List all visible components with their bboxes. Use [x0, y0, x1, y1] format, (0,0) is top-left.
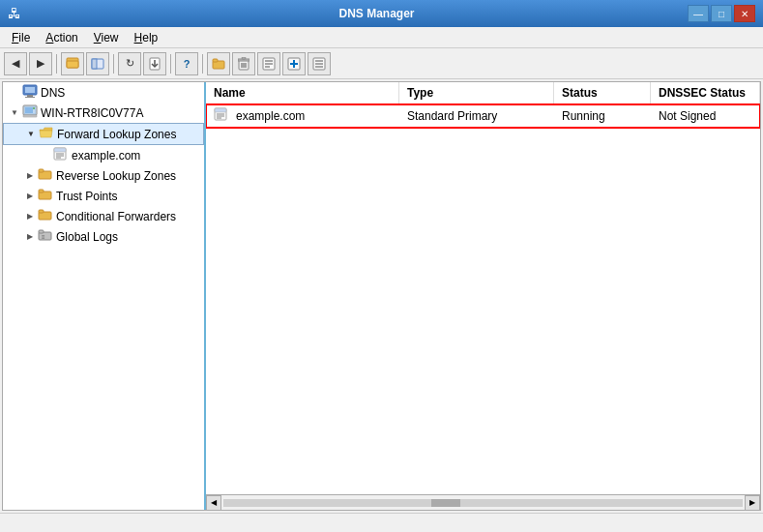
svg-point-32 — [33, 107, 35, 109]
menu-view[interactable]: View — [86, 27, 127, 47]
svg-rect-44 — [39, 190, 44, 192]
tree-node-conditional-forwarders[interactable]: ▶ Conditional Forwarders — [3, 206, 204, 226]
svg-rect-33 — [23, 115, 37, 117]
toolbar-sep-1 — [56, 54, 57, 74]
window-controls: — □ ✕ — [688, 5, 755, 22]
col-header-type: Type — [399, 82, 554, 103]
tree-forward-lookup-label: Forward Lookup Zones — [57, 128, 176, 141]
content-body: example.com Standard Primary Running Not… — [206, 104, 760, 494]
cell-dnssec: Not Signed — [651, 106, 760, 126]
table-row[interactable]: example.com Standard Primary Running Not… — [206, 104, 760, 128]
main-area: DNS ▼ WIN-RTR8IC0V77A ▼ — [2, 81, 761, 511]
tree-node-dns[interactable]: DNS — [3, 82, 204, 103]
folder-icon-global: ≡ — [38, 228, 53, 242]
showhide-button[interactable] — [86, 52, 109, 75]
tree-reverse-lookup-label: Reverse Lookup Zones — [56, 169, 176, 183]
open-folder-icon — [39, 126, 54, 139]
up-button[interactable] — [61, 52, 84, 75]
expand-icon-forward: ▼ — [23, 127, 39, 142]
tree-node-server[interactable]: ▼ WIN-RTR8IC0V77A — [3, 103, 204, 123]
export-button[interactable] — [143, 52, 166, 75]
toolbar: ◀ ▶ ↻ ? — [0, 48, 763, 79]
tree-node-global-logs[interactable]: ▶ ≡ Global Logs — [3, 226, 204, 247]
menu-action[interactable]: Action — [38, 27, 85, 47]
title-bar: 🖧 DNS Manager — □ ✕ — [0, 0, 763, 27]
svg-rect-7 — [213, 59, 218, 62]
svg-rect-26 — [25, 87, 35, 93]
zone-icon — [53, 147, 69, 161]
maximize-button[interactable]: □ — [711, 5, 732, 22]
tree-pane: DNS ▼ WIN-RTR8IC0V77A ▼ — [3, 82, 206, 510]
folder-icon-cond — [38, 208, 53, 222]
svg-rect-1 — [67, 61, 78, 68]
help-button[interactable]: ? — [175, 52, 198, 75]
expand-icon-example — [38, 148, 53, 163]
horizontal-scrollbar: ◀ ▶ — [206, 494, 760, 510]
svg-rect-27 — [27, 95, 33, 97]
svg-rect-31 — [25, 107, 33, 113]
tree-server-label: WIN-RTR8IC0V77A — [41, 106, 143, 120]
minimize-button[interactable]: — — [688, 5, 709, 22]
folder-button[interactable] — [207, 52, 230, 75]
computer-icon — [22, 84, 38, 98]
expand-icon — [7, 85, 22, 101]
status-bar — [0, 513, 763, 532]
more-button[interactable] — [308, 52, 331, 75]
tree-conditional-forwarders-label: Conditional Forwarders — [56, 210, 176, 223]
expand-icon-cond: ▶ — [22, 209, 38, 224]
content-pane: Name Type Status DNSSEC Status — [206, 82, 760, 510]
svg-text:≡: ≡ — [42, 234, 45, 240]
svg-rect-48 — [39, 230, 44, 233]
tree-global-logs-label: Global Logs — [56, 230, 118, 244]
back-button[interactable]: ◀ — [4, 52, 27, 75]
expand-icon-reverse: ▶ — [22, 168, 38, 184]
folder-icon-reverse — [38, 167, 53, 181]
col-header-name: Name — [206, 82, 399, 103]
tree-node-trust-points[interactable]: ▶ Trust Points — [3, 186, 204, 206]
menu-view-label: View — [94, 31, 119, 44]
col-header-status: Status — [554, 82, 651, 103]
svg-rect-42 — [39, 169, 44, 172]
row-name-value: example.com — [236, 109, 305, 123]
forward-button[interactable]: ▶ — [29, 52, 52, 75]
scroll-right-button[interactable]: ▶ — [745, 495, 760, 511]
delete-button[interactable] — [232, 52, 255, 75]
window-title: DNS Manager — [66, 7, 688, 20]
scroll-track — [223, 499, 743, 507]
menu-bar: File Action View Help — [0, 27, 763, 48]
scroll-left-button[interactable]: ◀ — [206, 495, 221, 511]
menu-file-label: File — [12, 31, 30, 44]
svg-marker-35 — [40, 131, 52, 137]
expand-icon-trust: ▶ — [22, 189, 38, 204]
properties-button[interactable] — [257, 52, 280, 75]
svg-marker-34 — [40, 128, 52, 131]
svg-rect-37 — [54, 148, 66, 152]
close-button[interactable]: ✕ — [734, 5, 755, 22]
menu-action-label: Action — [45, 31, 77, 44]
toolbar-sep-4 — [202, 54, 203, 74]
tree-node-example-com[interactable]: example.com — [3, 145, 204, 165]
tree-node-forward-lookup[interactable]: ▼ Forward Lookup Zones — [3, 123, 204, 145]
menu-help-label: Help — [134, 31, 159, 44]
toolbar-sep-2 — [113, 54, 114, 74]
expand-icon-server: ▼ — [7, 105, 22, 121]
expand-icon-global: ▶ — [22, 229, 38, 245]
svg-rect-3 — [92, 59, 97, 69]
zone-row-icon — [214, 107, 229, 121]
tree-trust-points-label: Trust Points — [56, 190, 118, 203]
column-headers: Name Type Status DNSSEC Status — [206, 82, 760, 104]
tree-example-com-label: example.com — [72, 149, 140, 163]
refresh-button[interactable]: ↻ — [118, 52, 141, 75]
cell-type: Standard Primary — [399, 106, 554, 126]
svg-rect-13 — [242, 57, 246, 59]
server-icon — [22, 104, 38, 118]
menu-file[interactable]: File — [4, 27, 38, 47]
scroll-thumb[interactable] — [431, 499, 460, 507]
svg-rect-46 — [39, 210, 44, 213]
col-header-dnssec: DNSSEC Status — [651, 82, 760, 103]
tree-node-reverse-lookup[interactable]: ▶ Reverse Lookup Zones — [3, 165, 204, 186]
new-button[interactable] — [282, 52, 306, 75]
menu-help[interactable]: Help — [127, 27, 166, 47]
folder-icon-trust — [38, 188, 53, 201]
svg-rect-51 — [215, 108, 226, 112]
